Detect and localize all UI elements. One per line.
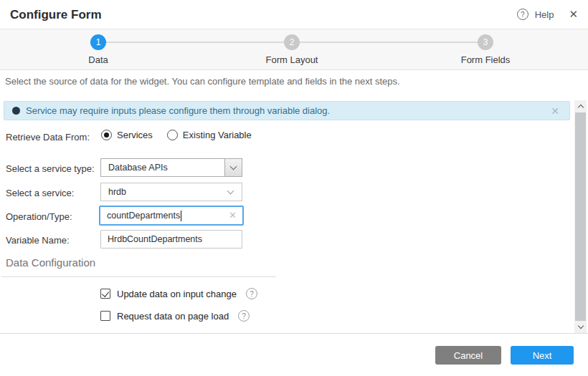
configure-form-dialog: Configure Form ? Help ✕ 1 2 3 Data Form … bbox=[0, 0, 588, 376]
step-2-label: Form Layout bbox=[252, 54, 331, 65]
request-data-checkbox[interactable] bbox=[100, 311, 110, 321]
chevron-down-icon bbox=[227, 188, 234, 195]
alert-close-icon[interactable]: ✕ bbox=[551, 105, 559, 117]
retrieve-data-label: Retrieve Data From: bbox=[6, 132, 90, 143]
radio-services[interactable]: Services bbox=[101, 130, 153, 140]
clear-input-icon[interactable]: ✕ bbox=[229, 210, 237, 221]
footer-divider bbox=[0, 333, 588, 334]
help-icon: ? bbox=[517, 9, 528, 20]
section-divider bbox=[1, 276, 276, 277]
data-configuration-heading: Data Configuration bbox=[6, 256, 95, 269]
service-value: hrdb bbox=[108, 187, 126, 197]
next-button[interactable]: Next bbox=[511, 346, 574, 365]
operation-type-field: ✕ bbox=[99, 206, 244, 226]
step-2-number: 2 bbox=[290, 37, 295, 47]
radio-existing-variable-label: Existing Variable bbox=[183, 130, 252, 140]
close-icon[interactable]: ✕ bbox=[569, 9, 578, 20]
step-3-number: 3 bbox=[483, 37, 488, 47]
request-data-label: Request data on page load bbox=[117, 311, 229, 322]
step-1-number: 1 bbox=[96, 37, 101, 47]
retrieve-radio-group: Services Existing Variable bbox=[101, 130, 252, 140]
cancel-button[interactable]: Cancel bbox=[435, 346, 501, 365]
scroll-up-button[interactable] bbox=[574, 101, 587, 112]
step-1-circle[interactable]: 1 bbox=[90, 34, 106, 50]
vertical-scrollbar[interactable] bbox=[574, 100, 587, 333]
radio-services-control[interactable] bbox=[101, 130, 112, 140]
radio-existing-variable[interactable]: Existing Variable bbox=[167, 130, 252, 140]
variable-name-label: Variable Name: bbox=[6, 235, 70, 246]
dialog-header: Configure Form ? Help ✕ bbox=[0, 0, 588, 29]
variable-name-input[interactable] bbox=[101, 231, 242, 248]
service-type-select[interactable]: Database APIs bbox=[100, 158, 242, 177]
variable-name-field bbox=[100, 230, 242, 249]
chevron-up-icon bbox=[577, 105, 583, 110]
service-label: Select a service: bbox=[6, 188, 74, 198]
update-data-checkbox[interactable] bbox=[100, 289, 110, 299]
step-1-label: Data bbox=[59, 54, 138, 65]
update-data-help-icon[interactable]: ? bbox=[246, 288, 257, 299]
request-data-checkbox-row: Request data on page load ? bbox=[100, 310, 250, 322]
radio-services-label: Services bbox=[117, 130, 153, 140]
chevron-down-icon bbox=[230, 163, 237, 170]
scrollbar-thumb[interactable] bbox=[575, 112, 586, 321]
scroll-down-button[interactable] bbox=[574, 322, 587, 332]
text-cursor bbox=[181, 211, 181, 221]
service-type-value: Database APIs bbox=[108, 163, 168, 173]
help-button[interactable]: Help bbox=[535, 9, 554, 20]
service-type-dropdown-button[interactable] bbox=[224, 159, 242, 176]
operation-type-input[interactable] bbox=[100, 207, 242, 224]
info-icon bbox=[12, 107, 20, 115]
step-2-circle[interactable]: 2 bbox=[284, 34, 300, 50]
chevron-down-icon bbox=[577, 323, 583, 329]
update-data-label: Update data on input change bbox=[117, 289, 237, 299]
step-wizard: 1 2 3 Data Form Layout Form Fields bbox=[0, 29, 588, 70]
update-data-checkbox-row: Update data on input change ? bbox=[100, 288, 257, 299]
info-alert: Service may require inputs please config… bbox=[4, 101, 570, 120]
request-data-help-icon[interactable]: ? bbox=[238, 310, 250, 322]
step-description: Select the source of data for the widget… bbox=[5, 76, 536, 87]
service-type-label: Select a service type: bbox=[6, 163, 95, 174]
radio-existing-variable-control[interactable] bbox=[167, 130, 178, 140]
step-3-label: Form Fields bbox=[446, 54, 525, 65]
operation-type-label: Operation/Type: bbox=[6, 211, 72, 222]
radio-selected-dot bbox=[104, 132, 109, 138]
alert-message: Service may require inputs please config… bbox=[26, 105, 330, 116]
dialog-title: Configure Form bbox=[10, 8, 102, 22]
step-3-circle[interactable]: 3 bbox=[478, 34, 493, 50]
service-select[interactable]: hrdb bbox=[100, 183, 242, 201]
